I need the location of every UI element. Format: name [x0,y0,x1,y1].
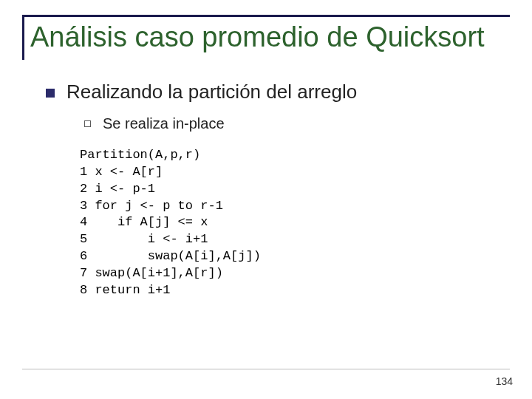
hollow-square-bullet-icon [84,120,91,127]
code-block: Partition(A,p,r) 1 x <- A[r] 2 i <- p-1 … [80,147,510,299]
subheading-row: Se realiza in-place [84,115,510,132]
heading-row: Realizando la partición del arreglo [46,81,510,103]
footer-divider [22,369,510,369]
content-area: Realizando la partición del arreglo Se r… [22,81,510,299]
title-container: Análisis caso promedio de Quicksort [22,15,510,60]
slide-title: Análisis caso promedio de Quicksort [30,21,510,54]
section-subheading: Se realiza in-place [103,115,225,132]
section-heading: Realizando la partición del arreglo [66,81,357,103]
page-number: 134 [496,375,513,387]
square-bullet-icon [46,89,55,98]
